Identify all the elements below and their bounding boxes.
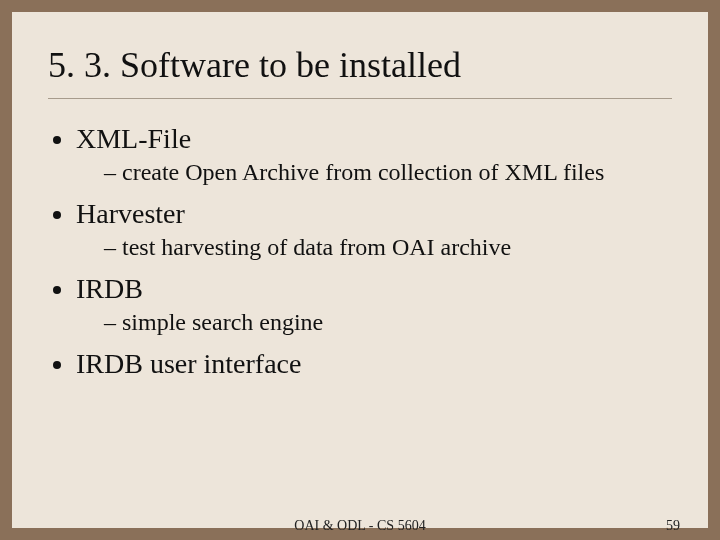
sub-list: test harvesting of data from OAI archive (76, 234, 672, 261)
bullet-text: Harvester (76, 198, 185, 229)
bullet-list: XML-File create Open Archive from collec… (48, 123, 672, 380)
slide-background: 5. 3. Software to be installed XML-File … (0, 0, 720, 540)
bullet-item: IRDB simple search engine (76, 273, 672, 336)
sub-list: simple search engine (76, 309, 672, 336)
page-number: 59 (666, 518, 680, 534)
bullet-item: Harvester test harvesting of data from O… (76, 198, 672, 261)
slide-title: 5. 3. Software to be installed (48, 44, 672, 86)
footer-center: OAI & ODL - CS 5604 (294, 518, 425, 534)
sub-item: create Open Archive from collection of X… (104, 159, 672, 186)
sub-item: simple search engine (104, 309, 672, 336)
bullet-text: XML-File (76, 123, 191, 154)
bullet-item: IRDB user interface (76, 348, 672, 380)
title-rule (48, 98, 672, 99)
bullet-text: IRDB (76, 273, 143, 304)
bullet-text: IRDB user interface (76, 348, 301, 379)
sub-list: create Open Archive from collection of X… (76, 159, 672, 186)
bullet-item: XML-File create Open Archive from collec… (76, 123, 672, 186)
sub-item: test harvesting of data from OAI archive (104, 234, 672, 261)
slide: 5. 3. Software to be installed XML-File … (12, 12, 708, 528)
